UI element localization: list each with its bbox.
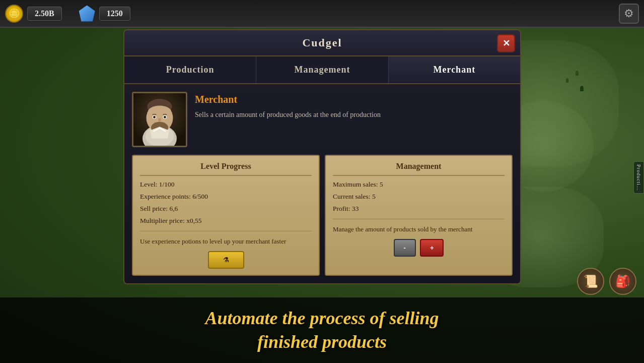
svg-point-11 [164, 116, 166, 118]
modal-title: Cudgel [302, 36, 342, 49]
scroll-icon: 📜 [583, 274, 598, 288]
currency-section: 🪙 2.50B 1250 [5, 5, 130, 23]
tutorial-tooltip: Automate the process of selling finished… [0, 297, 644, 363]
divider [140, 231, 312, 231]
level-note: Use experience potions to level up your … [140, 236, 312, 247]
increase-sales-button[interactable]: + [420, 239, 444, 257]
tab-bar: Production Management Merchant [124, 56, 520, 84]
cudgel-modal: Cudgel ✕ Production Management Merchant [123, 29, 521, 284]
gem-icon [79, 6, 95, 22]
coin-icon: 🪙 [5, 5, 23, 23]
sell-price-row: Sell price: 6,6 [140, 204, 312, 214]
modal-header: Cudgel ✕ [124, 30, 520, 56]
management-panel: Management Maximum sales: 5 Current sale… [325, 155, 513, 276]
bottom-right-icons: 📜 🎒 [577, 268, 636, 295]
multiplier-row: Multiplier price: x0,55 [140, 216, 312, 226]
potion-icon: ⚗ [223, 256, 229, 264]
tab-merchant[interactable]: Merchant [389, 56, 520, 83]
merchant-info-section: Merchant Sells a certain amount of produ… [132, 92, 513, 147]
merchant-description-text: Sells a certain amount of produced goods… [195, 109, 513, 120]
info-panels: Level Progress Level: 1/100 Experience p… [132, 155, 513, 276]
gear-icon: ⚙ [624, 7, 634, 20]
minus-icon: - [404, 244, 406, 252]
gold-amount: 2.50B [27, 7, 62, 21]
management-note: Manage the amount of products sold by th… [333, 224, 505, 234]
tab-production[interactable]: Production [124, 56, 256, 83]
right-indicator-text: Producti... [636, 164, 641, 191]
level-progress-title: Level Progress [140, 162, 312, 176]
gem-amount: 1250 [99, 7, 130, 21]
merchant-name-label: Merchant [195, 94, 513, 105]
close-button[interactable]: ✕ [497, 34, 515, 52]
merchant-description: Merchant Sells a certain amount of produ… [195, 92, 513, 120]
svg-point-12 [158, 118, 161, 122]
decrease-sales-button[interactable]: - [394, 239, 416, 257]
svg-point-7 [148, 106, 171, 117]
plus-icon: + [430, 244, 434, 252]
right-indicator: Producti... [633, 161, 644, 194]
bag-icon: 🎒 [615, 274, 630, 288]
bag-button[interactable]: 🎒 [609, 268, 636, 295]
tab-management[interactable]: Management [256, 56, 388, 83]
management-btn-row: - + [333, 239, 505, 257]
divider2 [333, 219, 505, 219]
level-row: Level: 1/100 [140, 180, 312, 190]
scroll-button[interactable]: 📜 [577, 268, 604, 295]
use-potion-button[interactable]: ⚗ [208, 251, 244, 269]
tooltip-text: Automate the process of selling finished… [205, 307, 439, 354]
settings-button[interactable]: ⚙ [619, 4, 639, 24]
level-btn-row: ⚗ [140, 251, 312, 269]
svg-point-10 [153, 116, 156, 118]
level-progress-panel: Level Progress Level: 1/100 Experience p… [132, 155, 320, 276]
top-bar: 🪙 2.50B 1250 ⚙ [0, 0, 644, 28]
current-sales-row: Current sales: 5 [333, 192, 505, 202]
merchant-portrait [132, 92, 187, 147]
profit-row: Profit: 33 [333, 204, 505, 214]
management-title: Management [333, 162, 505, 176]
close-icon: ✕ [503, 38, 510, 49]
modal-body: Merchant Sells a certain amount of produ… [124, 84, 520, 283]
max-sales-row: Maximum sales: 5 [333, 180, 505, 190]
experience-row: Experience points: 6/500 [140, 192, 312, 202]
